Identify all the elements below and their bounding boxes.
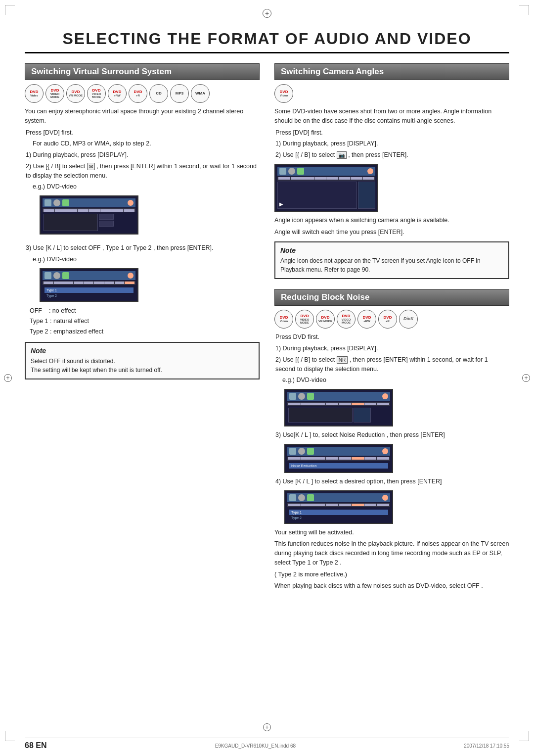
badge-dvd-videomode: DVD VIDEO MODE [45, 84, 64, 103]
noise-step3: 3) Use[K / L ] to, select Noise Reductio… [274, 430, 509, 440]
center-target-top [263, 9, 271, 18]
effect-type2: Type 2 : emphasized effect [30, 327, 260, 337]
bottom-target [263, 723, 271, 731]
corner-mark-tl [5, 5, 15, 15]
badge-wma: WMA [191, 84, 210, 103]
noise-badge-dvd-plusrw: DVD +RW [357, 310, 376, 329]
corner-mark-tr [519, 5, 529, 15]
camera-angle-info1: Angle icon appears when a switching came… [274, 216, 509, 225]
surround-note-line1: Select OFF if sound is distorted. [31, 357, 254, 366]
camera-note-title: Note [280, 246, 503, 254]
surround-note-title: Note [31, 347, 254, 355]
left-column: Switching Virtual Surround System DVD Vi… [25, 63, 260, 593]
effect-type1: Type 1 : natural effect [30, 316, 260, 327]
camera-step2: 2) Use [{ / B] to select 📷 , then press … [274, 150, 509, 160]
noise-disc-badges: DVD Video DVD VIDEO MODE DVD VR MODE DVD… [274, 310, 509, 329]
badge-dvd-plusrw: DVD +RW [108, 84, 127, 103]
noise-badge-dvd-video: DVD Video [274, 310, 293, 329]
noise-desc3: When playing back discs with a few noise… [274, 581, 509, 591]
effects-list: OFF : no effect Type 1 : natural effect … [25, 306, 260, 337]
surround-step2c: e.g.) DVD-video [25, 182, 260, 191]
page-title: SELECTING THE FORMAT OF AUDIO AND VIDEO [25, 30, 509, 53]
badge-dvd-vrmode: DVD VR MODE [66, 84, 85, 103]
surround-step3b: e.g.) DVD-video [25, 255, 260, 264]
noise-screen1 [274, 389, 509, 426]
camera-step1: 1) During playback, press [DISPLAY]. [274, 139, 509, 148]
surround-screen2: Type 1 Type 2 [25, 268, 260, 302]
surround-step1: 1) During playback, press [DISPLAY]. [25, 150, 260, 160]
surround-disc-badges: DVD Video DVD VIDEO MODE DVD VR MODE DVD… [25, 84, 260, 103]
surround-screen1 [25, 195, 260, 235]
corner-mark-br [519, 731, 529, 741]
noise-step1: 1) During playback, press [DISPLAY]. [274, 344, 509, 353]
surround-intro: You can enjoy stereophonic virtual space… [25, 107, 260, 126]
section-header-camera: Switching Camera Angles [274, 63, 509, 80]
noise-badge-dvdrw-vm2: DVD VIDEO MODE [337, 310, 356, 329]
effect-off: OFF : no effect [30, 306, 260, 316]
noise-step4: 4) Use [K / L ] to select a desired opti… [274, 477, 509, 486]
badge-dvd-video: DVD Video [25, 84, 44, 103]
badge-cd: CD [149, 84, 168, 103]
page-number: 68 EN [25, 741, 46, 750]
camera-note-box: Note Angle icon does not appear on the T… [274, 241, 509, 279]
surround-step0: Press [DVD] first. [25, 128, 260, 138]
corner-mark-bl [5, 731, 15, 741]
noise-step2c: e.g.) DVD-video [274, 376, 509, 385]
surround-note-line2: The setting will be kept when the unit i… [31, 366, 254, 375]
camera-intro: Some DVD-video have scenes shot from two… [274, 107, 509, 126]
noise-badge-dvdrw-vr: DVD VR MODE [316, 310, 335, 329]
surround-note-box: Note Select OFF if sound is distorted. T… [25, 342, 260, 379]
surround-step2: 2) Use [{ / B] to select ✉ , then press … [25, 162, 260, 181]
noise-screen2: Noise Reduction [274, 444, 509, 473]
noise-badge-divx: DivX [399, 310, 418, 329]
main-content: Switching Virtual Surround System DVD Vi… [25, 63, 509, 593]
noise-step2: 2) Use [{ / B] to select NR , then press… [274, 355, 509, 374]
side-target-left [4, 374, 12, 382]
badge-dvd-plusr: DVD +R [129, 84, 147, 103]
right-column: Switching Camera Angles DVD Video Some D… [274, 63, 509, 593]
page-footer: 68 EN E9KGAUD_D-VR610KU_EN.indd 68 2007/… [25, 738, 509, 750]
surround-step3a: 3) Use [K / L] to select OFF , Type 1 or… [25, 243, 260, 253]
section-header-surround: Switching Virtual Surround System [25, 63, 260, 80]
noise-activation: Your setting will be activated. [274, 528, 509, 537]
side-target-right [522, 374, 530, 382]
section-header-noise: Reducing Block Noise [274, 289, 509, 306]
noise-step0: Press DVD first. [274, 332, 509, 342]
footer-filename: E9KGAUD_D-VR610KU_EN.indd 68 [215, 743, 296, 749]
noise-desc2: ( Type 2 is more effective.) [274, 570, 509, 579]
camera-disc-badges: DVD Video [274, 84, 509, 103]
surround-step-audio: For audio CD, MP3 or WMA, skip to step 2… [25, 139, 260, 148]
badge-dvd-videomode2: DVD VIDEO MODE [87, 84, 106, 103]
camera-note-line1: Angle icon does not appear on the TV scr… [280, 256, 503, 274]
camera-step0: Press [DVD] first. [274, 128, 509, 138]
camera-screen: ▶ [274, 164, 509, 212]
footer-date: 2007/12/18 17:10:55 [464, 743, 509, 749]
noise-badge-dvd-plusr: DVD +R [378, 310, 397, 329]
noise-screen3: Type 1 Type 2 [274, 490, 509, 524]
camera-angle-info2: Angle will switch each time you press [E… [274, 228, 509, 237]
camera-badge-dvd: DVD Video [274, 84, 293, 103]
noise-badge-dvdrw-vm: DVD VIDEO MODE [295, 310, 314, 329]
badge-mp3: MP3 [170, 84, 189, 103]
noise-desc1: This function reduces noise in the playb… [274, 539, 509, 567]
